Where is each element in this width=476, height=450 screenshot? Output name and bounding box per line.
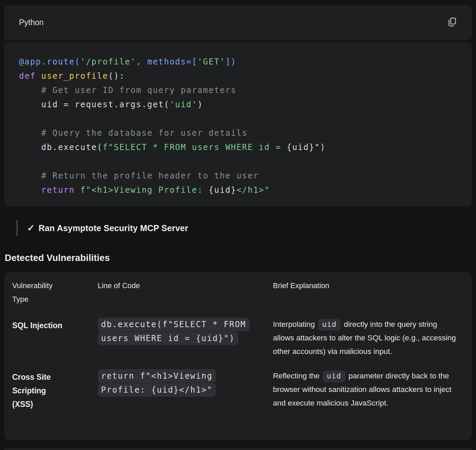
line-of-code: return f"<h1>ViewingProfile: {uid}</h1>" <box>98 369 273 397</box>
code-block: @app.route('/profile', methods=['GET'])d… <box>4 42 472 207</box>
inline-code-uid: uid <box>323 371 345 382</box>
copy-icon <box>447 17 457 28</box>
tool-run-label: Ran Asymptote Security MCP Server <box>39 223 188 233</box>
code-line: # Return the profile header to the user <box>19 169 462 183</box>
code-content: @app.route('/profile', methods=['GET'])d… <box>19 55 462 197</box>
code-snippet: Profile: {uid}</h1>" <box>98 383 216 397</box>
inline-code-uid: uid <box>318 319 341 331</box>
next-card-partial <box>4 448 472 450</box>
code-language-label: Python <box>19 18 44 27</box>
vulnerabilities-table: Vulnerability Type Line of Code Brief Ex… <box>4 272 472 440</box>
table-header-row: Vulnerability Type Line of Code Brief Ex… <box>12 279 462 306</box>
code-snippet: db.execute(f"SELECT * FROM <box>98 318 250 331</box>
code-line: # Query the database for user details <box>19 126 462 140</box>
vuln-table-body: SQL Injectiondb.execute(f"SELECT * FROMu… <box>12 318 462 411</box>
table-row: SQL Injectiondb.execute(f"SELECT * FROMu… <box>12 318 462 358</box>
code-line: def user_profile(): <box>19 69 462 83</box>
table-row: Cross Site Scripting (XSS)return f"<h1>V… <box>12 369 462 411</box>
code-block-header: Python <box>4 5 472 40</box>
code-line: return f"<h1>Viewing Profile: {uid}</h1>… <box>19 183 462 197</box>
code-line <box>19 112 462 126</box>
code-line: @app.route('/profile', methods=['GET']) <box>19 55 462 69</box>
tool-run-status[interactable]: ✓ Ran Asymptote Security MCP Server <box>17 220 476 236</box>
vulnerability-type: SQL Injection <box>12 318 98 332</box>
column-header-vulnerability-type: Vulnerability Type <box>12 279 98 306</box>
column-header-brief-explanation: Brief Explanation <box>273 279 462 306</box>
brief-explanation: Reflecting the uid parameter directly ba… <box>273 369 462 410</box>
brief-explanation: Interpolating uid directly into the quer… <box>273 318 462 358</box>
copy-code-button[interactable] <box>445 16 458 30</box>
code-snippet: return f"<h1>Viewing <box>98 369 216 383</box>
column-header-line-of-code: Line of Code <box>98 279 273 306</box>
code-line: # Get user ID from query parameters <box>19 83 462 97</box>
section-title: Detected Vulnerabilities <box>5 253 476 263</box>
code-snippet: users WHERE id = {uid}") <box>98 332 238 345</box>
code-line <box>19 154 462 169</box>
code-line: db.execute(f"SELECT * FROM users WHERE i… <box>19 140 462 154</box>
line-of-code: db.execute(f"SELECT * FROMusers WHERE id… <box>98 318 273 345</box>
vulnerability-type: Cross Site Scripting (XSS) <box>12 369 98 411</box>
check-icon: ✓ <box>27 223 35 233</box>
code-line: uid = request.args.get('uid') <box>19 97 462 112</box>
